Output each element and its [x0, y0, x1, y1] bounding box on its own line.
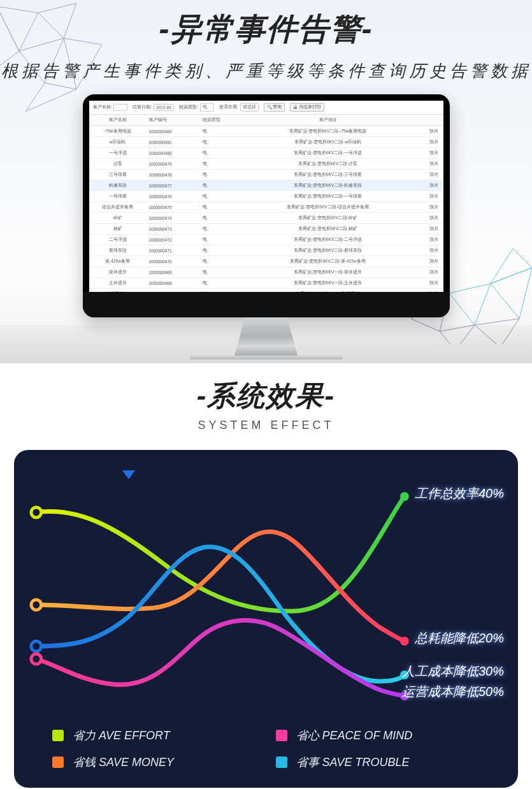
table-cell: 东周矿业-变电所6KV二段--75w备用电源 [229, 126, 427, 137]
table-cell: 电 [200, 148, 229, 159]
table-cell: 东周矿业-变电所6KV二段-一号浮选 [229, 148, 427, 159]
table-cell: 1000000471 [147, 245, 200, 256]
table-cell: 加月 [427, 213, 443, 224]
chart-card: 工作总效率40% 总耗能降低20% 人工成本降低30% 运营成本降低50% 省力… [14, 450, 518, 788]
alarm-section: -异常事件告警- 根据告警产生事件类别、严重等级等条件查询历史告警数据 客户名称… [0, 0, 532, 363]
select-in-use[interactable]: 请选择 [240, 103, 259, 112]
table-cell: 一号球磨 [89, 191, 147, 202]
table-row[interactable]: 一号球磨1000000476电东周矿业-变电所6KV二段-一号球磨加月 [89, 191, 443, 202]
legend-peace-of-mind: 省心 PEACE OF MIND [276, 728, 480, 743]
table-cell: 电 [200, 245, 229, 256]
table-cell: 东周矿业-变电所6KV二段-二号浮选 [229, 235, 427, 245]
table-cell: 加月 [427, 191, 443, 202]
monitor: 客户名称: 结算日期:2019-08 能源类型:电 是否在用:请选择 🔍 查询 … [83, 94, 450, 359]
table-row[interactable]: 碎矿1000000474电东周矿业-变电所6KV二段-碎矿加月 [89, 213, 443, 224]
table-cell: 电 [200, 126, 229, 137]
table-cell: 东周矿业-变电所6KV二段-三号球磨 [229, 170, 427, 180]
table-row[interactable]: 磨球东段1000000471电东周矿业-变电所6KV二段-磨球东段加月 [89, 245, 443, 256]
table-cell: 电 [200, 256, 229, 267]
label-in-use: 是否在用: [219, 105, 238, 110]
table-cell: 1000000470 [147, 256, 200, 267]
alarm-data-table: 客户名称 客户编号 能源类型 客户地址 -75w备用电源1000000482电东… [89, 115, 443, 292]
swatch-icon [52, 730, 64, 741]
table-cell: 加月 [427, 235, 443, 245]
table-cell: 东周矿业-变电所6KV二段-竖-415w备用 [229, 256, 427, 267]
swatch-icon [276, 730, 287, 741]
input-customer-name[interactable] [113, 104, 127, 111]
table-cell: w压缩机 [89, 137, 147, 148]
table-cell: 电 [200, 159, 229, 170]
svg-point-2 [31, 641, 41, 651]
monitor-screen: 客户名称: 结算日期:2019-08 能源类型:电 是否在用:请选择 🔍 查询 … [89, 101, 443, 292]
table-cell: 加月 [427, 126, 443, 137]
table-cell: 综合井提升备用 [89, 202, 147, 213]
col-customer-name[interactable]: 客户名称 [89, 115, 147, 126]
table-cell: 电 [200, 191, 229, 202]
table-cell: 1000000472 [147, 235, 200, 245]
table-cell: -75w备用电源 [89, 126, 147, 137]
label-date: 结算日期: [133, 105, 152, 110]
col-action [427, 115, 443, 126]
table-cell: 1000000476 [147, 191, 200, 202]
query-toolbar: 客户名称: 结算日期:2019-08 能源类型:电 是否在用:请选择 🔍 查询 … [89, 101, 443, 115]
table-row[interactable]: -75w备用电源1000000482电东周矿业-变电所6KV二段--75w备用电… [89, 126, 443, 137]
table-row[interactable]: w压缩机1000000481电东周矿业-变电所6KV二段-w压缩机加月 [89, 137, 443, 148]
table-cell: 竖-415w备用 [89, 256, 147, 267]
table-row[interactable]: 精矿1000000473电东周矿业-变电所6KV二段-精矿加月 [89, 224, 443, 235]
table-cell: 东周矿业-变电所6KV二段-碎矿 [229, 213, 427, 224]
table-row[interactable]: 一号浮选1000000480电东周矿业-变电所6KV二段-一号浮选加月 [89, 148, 443, 159]
col-energy-type[interactable]: 能源类型 [200, 115, 229, 126]
table-cell: 东周矿业-变电所6KV二段-精矿 [229, 224, 427, 235]
table-cell: 三号球磨 [89, 170, 147, 180]
query-button[interactable]: 🔍 查询 [264, 103, 285, 112]
section2-title: -系统效果- [0, 377, 532, 415]
table-row[interactable]: 沙泵1000000479电东周矿业-变电所6KV二段-沙泵加月 [89, 159, 443, 170]
printer-icon: 🖨 [293, 105, 298, 109]
table-cell: 加月 [427, 224, 443, 235]
table-cell: 加月 [427, 159, 443, 170]
table-cell: 1000000482 [147, 126, 200, 137]
table-cell: 电 [200, 235, 229, 245]
table-cell: 电 [200, 224, 229, 235]
swatch-icon [276, 756, 287, 768]
table-cell: 电 [200, 267, 229, 278]
table-row[interactable]: 综合井提升备用1000000475电东周矿业-变电所6KV二段-综合井提升备用加… [89, 202, 443, 213]
table-cell: 东周矿业-变电所6KV二段-w压缩机 [229, 137, 427, 148]
input-date[interactable]: 2019-08 [154, 104, 174, 111]
table-cell: 电 [200, 213, 229, 224]
table-row[interactable]: 竖井提升1000000469电东周矿业-变电所6KV一段-竖井提升加月 [89, 267, 443, 278]
system-effect-section: -系统效果- SYSTEM EFFECT [0, 363, 532, 788]
table-row[interactable]: 主井提升1000000468电东周矿业-变电所6KV一段-主井提升加月 [89, 278, 443, 289]
table-cell: 加月 [427, 267, 443, 278]
table-cell: 电 [200, 278, 229, 289]
select-energy-type[interactable]: 电 [200, 103, 214, 112]
table-row[interactable]: 三号球磨1000000478电东周矿业-变电所6KV二段-三号球磨加月 [89, 170, 443, 180]
table-row[interactable]: 机修东段1000000477电东周矿业-变电所6KV二段-机修东段加月 [89, 180, 443, 191]
table-cell: 二号浮选 [89, 235, 147, 245]
col-customer-id[interactable]: 客户编号 [147, 115, 200, 126]
table-cell: 1000000477 [147, 180, 200, 191]
table-cell: 沙泵 [89, 159, 147, 170]
ground-shadow [0, 325, 532, 363]
col-customer-addr[interactable]: 客户地址 [229, 115, 427, 126]
table-cell: 加月 [427, 278, 443, 289]
table-cell: 精矿 [89, 224, 147, 235]
table-cell: 机修东段 [89, 180, 147, 191]
section2-subtitle: SYSTEM EFFECT [0, 419, 532, 432]
table-row[interactable]: 二号浮选1000000472电东周矿业-变电所6KV二段-二号浮选加月 [89, 235, 443, 245]
table-cell: 加月 [427, 170, 443, 180]
label-efficiency: 工作总效率40% [415, 485, 504, 502]
table-cell: 电 [200, 170, 229, 180]
table-cell: 1000000478 [147, 170, 200, 180]
table-cell: 东周矿业-变电所6KV二段-机修东段 [229, 180, 427, 191]
table-row[interactable]: 竖-415w备用1000000470电东周矿业-变电所6KV二段-竖-415w备… [89, 256, 443, 267]
print-button[interactable]: 🖨 月结单打印 [290, 103, 324, 112]
table-cell: 1000000479 [147, 159, 200, 170]
table-cell: 1000000474 [147, 213, 200, 224]
table-cell: 1000000475 [147, 202, 200, 213]
table-cell: 一号浮选 [89, 148, 147, 159]
series-effort [36, 496, 405, 611]
series-mind [36, 620, 405, 696]
legend-save-money: 省钱 SAVE MONEY [52, 755, 257, 770]
table-cell: 东周矿业-变电所6KV一段-竖井提升 [229, 267, 427, 278]
